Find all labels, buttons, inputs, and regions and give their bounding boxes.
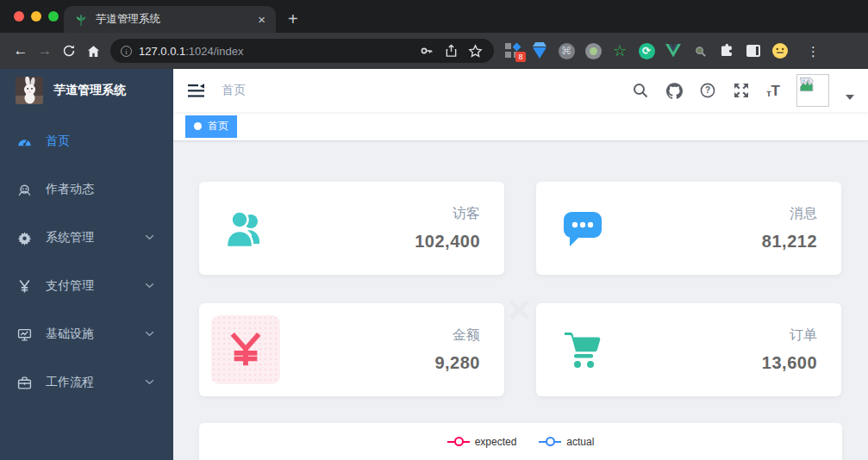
sidebar-item-label: 首页 bbox=[46, 134, 70, 149]
people-icon bbox=[17, 183, 32, 197]
chart-legend: expected actual bbox=[199, 436, 842, 448]
sidebar-item-label: 基础设施 bbox=[46, 326, 94, 342]
yuan-icon bbox=[17, 279, 32, 294]
panel-value: 13,600 bbox=[762, 353, 817, 373]
home-button[interactable] bbox=[81, 39, 105, 63]
extensions-puzzle-icon[interactable] bbox=[718, 42, 735, 59]
hamburger-icon bbox=[188, 84, 205, 98]
sidebar-item-author[interactable]: 作者动态 bbox=[0, 165, 173, 214]
tags-view: 首页 bbox=[173, 112, 868, 141]
extension-record-icon[interactable] bbox=[584, 42, 602, 59]
tag-label: 首页 bbox=[208, 119, 228, 134]
sidebar-item-label: 系统管理 bbox=[46, 230, 94, 246]
briefcase-icon bbox=[17, 376, 32, 390]
chevron-down-icon bbox=[145, 379, 154, 385]
github-icon[interactable] bbox=[665, 82, 683, 99]
site-info-icon[interactable]: i bbox=[121, 46, 132, 57]
browser-tab[interactable]: 芋道管理系统 × bbox=[64, 6, 276, 33]
url-path: :1024/index bbox=[185, 45, 243, 58]
panel-label: 订单 bbox=[762, 326, 817, 345]
search-icon[interactable] bbox=[632, 82, 649, 99]
extension-inspector-icon[interactable] bbox=[691, 42, 709, 59]
minimize-window-button[interactable] bbox=[31, 11, 41, 22]
breadcrumb[interactable]: 首页 bbox=[222, 83, 246, 98]
extension-badge: 8 bbox=[515, 52, 526, 62]
traffic-lights bbox=[14, 11, 59, 22]
logo-rabbit-image bbox=[16, 77, 43, 104]
url-text[interactable]: 127.0.0.1:1024/index bbox=[139, 45, 411, 58]
avatar-caret-down-icon[interactable] bbox=[846, 95, 854, 100]
money-icon bbox=[228, 332, 264, 368]
dashboard-content: × 访客 102,400 bbox=[173, 141, 868, 460]
navbar-actions: ? тT bbox=[632, 74, 854, 107]
extension-gem-icon[interactable] bbox=[531, 42, 548, 59]
tab-favicon-plant-icon bbox=[74, 13, 88, 27]
chevron-down-icon bbox=[145, 331, 154, 337]
user-avatar[interactable] bbox=[796, 74, 829, 107]
address-bar[interactable]: i 127.0.0.1:1024/index bbox=[110, 39, 494, 63]
tag-home[interactable]: 首页 bbox=[185, 115, 237, 138]
shopping-cart-icon bbox=[562, 330, 603, 370]
peoples-icon bbox=[224, 208, 267, 248]
font-size-icon[interactable]: тT bbox=[766, 84, 780, 98]
sidebar-logo[interactable]: 芋道管理系统 bbox=[0, 69, 173, 112]
password-key-icon[interactable] bbox=[418, 44, 435, 58]
side-panel-icon[interactable] bbox=[745, 42, 762, 59]
message-icon bbox=[561, 208, 604, 248]
admin-app: 芋道管理系统 首页 bbox=[0, 69, 868, 460]
sidebar-item-label: 工作流程 bbox=[46, 375, 94, 390]
reload-icon bbox=[62, 44, 76, 58]
legend-item-expected[interactable]: expected bbox=[447, 436, 517, 448]
panel-label: 消息 bbox=[762, 205, 817, 223]
extension-command-icon[interactable]: ⌘ bbox=[558, 42, 575, 59]
chevron-down-icon bbox=[145, 283, 154, 289]
help-icon[interactable]: ? bbox=[699, 82, 716, 99]
gear-icon bbox=[17, 231, 32, 246]
sidebar-toggle-button[interactable] bbox=[187, 81, 206, 100]
app-title: 芋道管理系统 bbox=[53, 83, 126, 98]
zoom-window-button[interactable] bbox=[48, 11, 59, 22]
browser-window: 芋道管理系统 × + ← → i 127.0.0.1:1024/index bbox=[0, 0, 868, 460]
tag-active-dot bbox=[194, 122, 202, 130]
panel-group: 访客 102,400 bbox=[199, 182, 842, 396]
sidebar-item-system[interactable]: 系统管理 bbox=[0, 214, 173, 262]
panel-visitors[interactable]: 访客 102,400 bbox=[199, 182, 504, 275]
panel-value: 9,280 bbox=[434, 353, 480, 373]
panel-orders[interactable]: 订单 13,600 bbox=[536, 303, 841, 396]
tab-close-icon[interactable]: × bbox=[258, 13, 265, 26]
legend-item-actual[interactable]: actual bbox=[539, 436, 594, 448]
panel-label: 访客 bbox=[415, 205, 480, 223]
forward-button[interactable]: → bbox=[33, 39, 57, 63]
monitor-icon bbox=[17, 327, 32, 342]
svg-text:?: ? bbox=[705, 85, 710, 95]
back-button[interactable]: ← bbox=[9, 39, 33, 63]
panel-value: 81,212 bbox=[762, 232, 817, 252]
extension-star-icon[interactable]: ☆ bbox=[611, 42, 628, 59]
close-window-button[interactable] bbox=[14, 11, 24, 22]
dashboard-icon bbox=[17, 134, 32, 149]
expected-marker-icon bbox=[447, 438, 470, 446]
sidebar-item-home[interactable]: 首页 bbox=[0, 117, 173, 165]
sidebar-item-payment[interactable]: 支付管理 bbox=[0, 262, 173, 310]
extension-vue-icon[interactable] bbox=[665, 42, 682, 59]
share-icon[interactable] bbox=[442, 44, 459, 58]
main-area: 首页 ? bbox=[173, 69, 868, 460]
extension-grid-icon[interactable]: 8 bbox=[504, 42, 521, 59]
sidebar-item-workflow[interactable]: 工作流程 bbox=[0, 358, 173, 407]
sidebar-item-label: 作者动态 bbox=[46, 182, 94, 197]
bookmark-star-icon[interactable] bbox=[466, 44, 484, 59]
broken-image-icon bbox=[799, 77, 816, 92]
tab-strip: 芋道管理系统 × + bbox=[0, 0, 868, 33]
sidebar-menu: 首页 作者动态 系统管理 bbox=[0, 117, 173, 407]
fullscreen-icon[interactable] bbox=[733, 82, 750, 99]
reload-button[interactable] bbox=[57, 39, 81, 63]
chrome-menu-icon[interactable]: ⋮ bbox=[807, 45, 820, 58]
extension-sync-icon[interactable]: ⟳ bbox=[638, 42, 655, 59]
legend-label: expected bbox=[475, 436, 517, 448]
profile-avatar-icon[interactable] bbox=[771, 42, 789, 59]
panel-messages[interactable]: 消息 81,212 bbox=[536, 182, 841, 275]
new-tab-button[interactable]: + bbox=[288, 7, 298, 31]
sidebar-item-infra[interactable]: 基础设施 bbox=[0, 310, 173, 358]
sidebar: 芋道管理系统 首页 bbox=[0, 69, 173, 460]
panel-amount[interactable]: 金额 9,280 bbox=[199, 303, 504, 396]
